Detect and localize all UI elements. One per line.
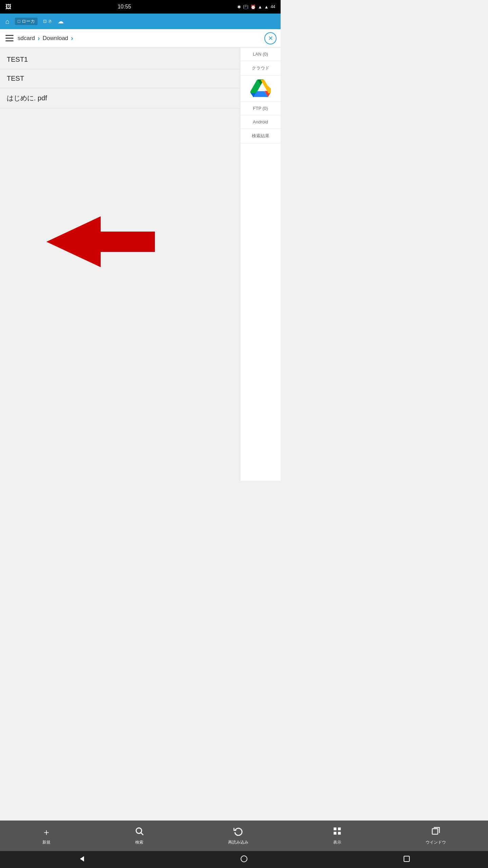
vibrate-icon: 📳	[243, 4, 248, 9]
main-content: TEST1 TEST はじめに. pdf LAN (0) クラウド	[0, 47, 281, 481]
status-bar-right: ✱ 📳 ⏰ ▲ ▲ 44	[237, 4, 275, 9]
close-button[interactable]: ✕	[264, 32, 277, 44]
signal-icon: ▲	[264, 4, 269, 9]
red-arrow-indicator	[46, 216, 155, 269]
breadcrumb-download[interactable]: Download	[43, 35, 68, 42]
sidebar-item-cloud[interactable]: クラウド	[240, 61, 281, 76]
sidebar-item-google-drive[interactable]	[240, 76, 281, 102]
menu-button[interactable]	[4, 34, 15, 43]
bluetooth-icon: ✱	[237, 4, 241, 9]
breadcrumb-sep1: ›	[38, 34, 40, 42]
breadcrumb: sdcard › Download › ✕	[0, 29, 281, 47]
lan-label: LAN (0)	[253, 52, 268, 57]
sidebar-item-android[interactable]: Android	[240, 115, 281, 129]
file-list: TEST1 TEST はじめに. pdf	[0, 47, 240, 481]
wifi-icon: ▲	[258, 4, 262, 9]
sidebar-panel: LAN (0) クラウド FTP (0) Android 検索結果	[240, 47, 281, 481]
status-bar-left: 🖼	[5, 3, 12, 11]
search-results-label: 検索結果	[252, 133, 269, 138]
list-item[interactable]: はじめに. pdf	[0, 88, 240, 108]
cloud-tab[interactable]: ☁	[58, 18, 64, 25]
sidebar-item-ftp[interactable]: FTP (0)	[240, 102, 281, 115]
home-icon[interactable]: ⌂	[5, 18, 9, 25]
breadcrumb-sdcard[interactable]: sdcard	[18, 35, 35, 42]
battery-level: 44	[271, 4, 275, 9]
file-name: TEST	[7, 75, 24, 82]
file-name: はじめに. pdf	[7, 94, 47, 102]
ftp-label: FTP (0)	[253, 106, 268, 111]
cloud-label: クラウド	[252, 65, 269, 71]
file-name: TEST1	[7, 56, 28, 63]
photo-icon: 🖼	[5, 3, 12, 11]
status-bar-time: 10:55	[118, 4, 131, 10]
list-item[interactable]: TEST	[0, 69, 240, 88]
list-item[interactable]: TEST1	[0, 50, 240, 69]
local-tab[interactable]: □ ローカ	[15, 18, 37, 25]
network-tab[interactable]: ⊡ ネ	[43, 18, 53, 24]
status-bar: 🖼 10:55 ✱ 📳 ⏰ ▲ ▲ 44	[0, 0, 281, 14]
sidebar-item-lan[interactable]: LAN (0)	[240, 47, 281, 61]
alarm-icon: ⏰	[250, 4, 256, 9]
sidebar-item-search[interactable]: 検索結果	[240, 129, 281, 143]
android-label: Android	[253, 119, 268, 124]
svg-marker-0	[46, 216, 155, 267]
secondary-nav-bar: ⌂ □ ローカ ⊡ ネ ☁	[0, 14, 281, 29]
breadcrumb-sep2: ›	[71, 34, 73, 42]
